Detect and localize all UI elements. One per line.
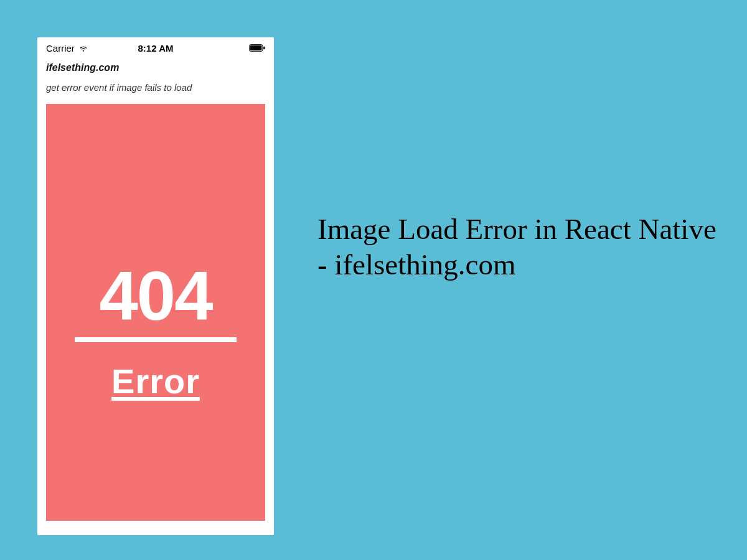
status-right bbox=[249, 44, 265, 52]
app-title: ifelsething.com bbox=[46, 62, 265, 73]
svg-rect-2 bbox=[263, 46, 265, 49]
error-image-placeholder: 404 Error bbox=[46, 104, 265, 521]
svg-rect-1 bbox=[250, 45, 262, 50]
app-subtitle: get error event if image fails to load bbox=[46, 82, 265, 93]
status-bar: Carrier 8:12 AM bbox=[37, 37, 274, 56]
error-code: 404 bbox=[100, 261, 212, 331]
phone-mockup: Carrier 8:12 AM ifelsething.com get erro… bbox=[37, 37, 274, 535]
error-label: Error bbox=[111, 361, 200, 401]
battery-icon bbox=[249, 44, 265, 52]
page-headline: Image Load Error in React Native - ifels… bbox=[317, 212, 722, 283]
status-left: Carrier bbox=[46, 43, 88, 54]
wifi-icon bbox=[78, 43, 88, 53]
divider bbox=[75, 337, 237, 342]
carrier-label: Carrier bbox=[46, 43, 75, 54]
clock: 8:12 AM bbox=[138, 43, 174, 54]
app-header: ifelsething.com get error event if image… bbox=[37, 56, 274, 104]
